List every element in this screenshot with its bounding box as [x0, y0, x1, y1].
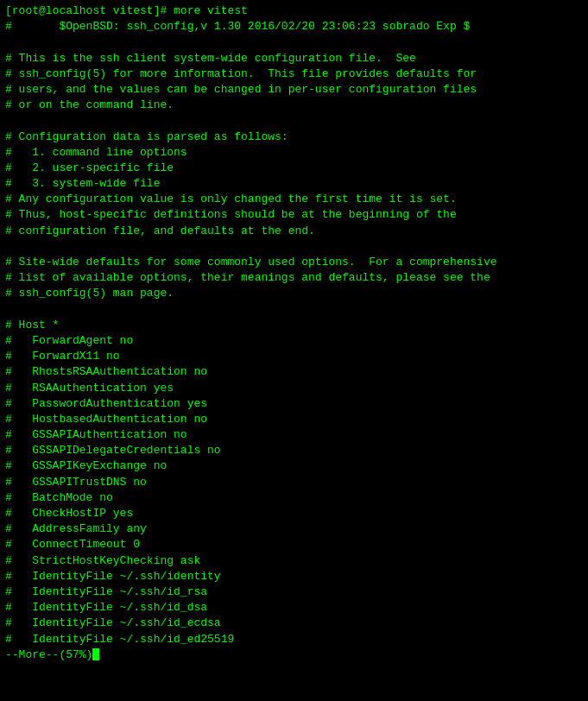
terminal-line	[5, 35, 583, 50]
terminal-line: # IdentityFile ~/.ssh/identity	[5, 569, 583, 584]
terminal-line: # ssh_config(5) for more information. Th…	[5, 66, 583, 82]
terminal-line: # PasswordAuthentication yes	[5, 396, 583, 412]
terminal-line: # list of available options, their meani…	[5, 270, 583, 286]
terminal-line: # BatchMode no	[5, 490, 583, 506]
terminal-line: # RhostsRSAAuthentication no	[5, 364, 583, 380]
terminal-line: # HostbasedAuthentication no	[5, 412, 583, 427]
terminal-line: # Host *	[5, 318, 583, 333]
terminal-line: # IdentityFile ~/.ssh/id_rsa	[5, 584, 583, 600]
terminal-line: # GSSAPITrustDNS no	[5, 475, 583, 490]
terminal-line: # RSAAuthentication yes	[5, 381, 583, 396]
terminal-line	[5, 113, 583, 129]
terminal-line: # ForwardAgent no	[5, 333, 583, 349]
terminal-line: # ConnectTimeout 0	[5, 537, 583, 553]
terminal-line: # 2. user-specific file	[5, 161, 583, 176]
terminal-line: # AddressFamily any	[5, 521, 583, 537]
terminal-line: # This is the ssh client system-wide con…	[5, 51, 583, 66]
terminal-line: # $OpenBSD: ssh_config,v 1.30 2016/02/20…	[5, 19, 583, 35]
terminal-line: # CheckHostIP yes	[5, 506, 583, 521]
terminal-line: # Thus, host-specific definitions should…	[5, 207, 583, 223]
terminal-line: # Site-wide defaults for some commonly u…	[5, 255, 583, 270]
terminal-line: # or on the command line.	[5, 98, 583, 113]
terminal-line: # GSSAPIDelegateCredentials no	[5, 443, 583, 458]
more-label: --More--(57%)	[5, 647, 92, 663]
terminal-cursor	[92, 648, 99, 660]
terminal-line: # StrictHostKeyChecking ask	[5, 553, 583, 569]
terminal-line: # 3. system-wide file	[5, 176, 583, 192]
terminal-line: [root@localhost vitest]# more vitest	[5, 3, 583, 19]
terminal-line: # configuration file, and defaults at th…	[5, 224, 583, 239]
terminal-line: # ForwardX11 no	[5, 349, 583, 364]
more-status-bar: --More--(57%)	[5, 647, 583, 663]
terminal-line: # Any configuration value is only change…	[5, 192, 583, 207]
terminal-line: # Configuration data is parsed as follow…	[5, 129, 583, 145]
terminal-line	[5, 302, 583, 318]
terminal-line: # users, and the values can be changed i…	[5, 82, 583, 98]
terminal: [root@localhost vitest]# more vitest# $O…	[0, 0, 588, 701]
terminal-line: # GSSAPIKeyExchange no	[5, 458, 583, 474]
terminal-line: # ssh_config(5) man page.	[5, 286, 583, 301]
terminal-line: # IdentityFile ~/.ssh/id_ecdsa	[5, 616, 583, 631]
terminal-line	[5, 239, 583, 255]
terminal-line: # GSSAPIAuthentication no	[5, 427, 583, 443]
terminal-line: # 1. command line options	[5, 145, 583, 161]
terminal-line: # IdentityFile ~/.ssh/id_ed25519	[5, 632, 583, 647]
terminal-line: # IdentityFile ~/.ssh/id_dsa	[5, 600, 583, 616]
